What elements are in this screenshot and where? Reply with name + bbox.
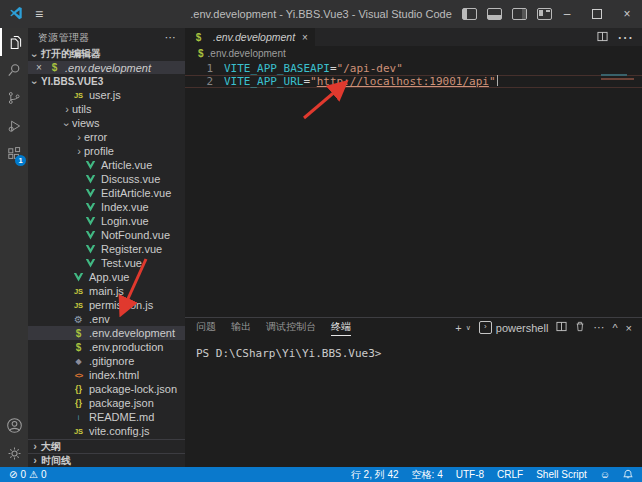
tree-item[interactable]: Index.vue — [28, 200, 185, 214]
timeline-section-header[interactable]: 时间线 — [28, 453, 185, 467]
cursor-position-status[interactable]: 行 2, 列 42 — [351, 468, 399, 482]
activity-settings-button[interactable] — [0, 439, 28, 467]
kill-terminal-button[interactable] — [575, 321, 585, 334]
file-icon: ⚙ — [72, 314, 85, 325]
file-icon: $ — [72, 328, 85, 339]
panel-tab[interactable]: 问题 — [196, 320, 216, 336]
file-icon: JS — [72, 301, 85, 310]
tree-item[interactable]: {} package.json — [28, 396, 185, 410]
terminal-output[interactable]: PS D:\CSharp\Yi\Yi.BBS.Vue3> — [185, 337, 642, 360]
chevron-icon — [74, 132, 84, 143]
panel-tab[interactable]: 输出 — [231, 320, 251, 336]
close-panel-button[interactable]: × — [626, 322, 632, 334]
chevron-down-icon — [30, 49, 40, 60]
outline-section-header[interactable]: 大纲 — [28, 439, 185, 453]
activity-account-button[interactable] — [0, 411, 28, 439]
split-terminal-button[interactable] — [556, 321, 567, 334]
customize-layout-button[interactable] — [537, 8, 552, 20]
tree-item[interactable]: ⚙ .env — [28, 312, 185, 326]
toggle-panel-button[interactable] — [487, 8, 502, 20]
file-icon — [84, 189, 97, 198]
activity-source-control-button[interactable] — [0, 84, 28, 112]
encoding-status[interactable]: UTF-8 — [456, 469, 484, 480]
panel-tab[interactable]: 调试控制台 — [266, 320, 316, 336]
vscode-logo-icon — [9, 6, 23, 22]
tree-item[interactable]: utils — [28, 102, 185, 116]
tree-item[interactable]: Login.vue — [28, 214, 185, 228]
minimap[interactable] — [601, 74, 639, 80]
tree-item[interactable]: EditArticle.vue — [28, 186, 185, 200]
breadcrumb-item[interactable]: .env.development — [208, 48, 286, 59]
tree-item[interactable]: profile — [28, 144, 185, 158]
activity-extensions-button[interactable]: 1 — [0, 140, 28, 168]
tree-item[interactable]: Test.vue — [28, 256, 185, 270]
notifications-bell-icon[interactable] — [623, 469, 633, 480]
close-icon[interactable]: × — [36, 62, 48, 73]
panel-more-actions-icon[interactable]: ⋯ — [593, 321, 604, 334]
tree-item[interactable]: $ .env.development — [28, 326, 185, 340]
minimize-button[interactable]: – — [552, 0, 582, 28]
feedback-icon[interactable]: ☺ — [600, 469, 610, 480]
toggle-secondary-sidebar-button[interactable] — [512, 8, 527, 20]
tab-close-icon[interactable]: × — [302, 32, 308, 43]
problems-status[interactable]: ⊘ 0 ⚠ 0 — [9, 469, 46, 480]
editor-more-actions-icon[interactable]: ⋯ — [617, 28, 633, 47]
open-editors-header[interactable]: 打开的编辑器 — [28, 47, 185, 61]
url-link[interactable]: http://localhost:19001/api — [317, 75, 489, 88]
sidebar-more-actions-icon[interactable]: ⋯ — [165, 31, 185, 44]
tree-item[interactable]: JS permission.js — [28, 298, 185, 312]
activity-search-button[interactable] — [0, 56, 28, 84]
tree-item[interactable]: i README.md — [28, 410, 185, 424]
tree-item[interactable]: {} package-lock.json — [28, 382, 185, 396]
open-editor-item[interactable]: × $ .env.development — [28, 61, 185, 74]
tree-item[interactable]: JS main.js — [28, 284, 185, 298]
tree-item[interactable]: ◆ .gitignore — [28, 354, 185, 368]
tree-item[interactable]: $ .env.production — [28, 340, 185, 354]
tree-item[interactable]: App.vue — [28, 270, 185, 284]
tree-item[interactable]: error — [28, 130, 185, 144]
tree-item[interactable]: views — [28, 116, 185, 130]
tree-item-label: views — [72, 117, 100, 129]
indentation-status[interactable]: 空格: 4 — [412, 468, 443, 482]
close-button[interactable]: × — [612, 0, 642, 28]
maximize-panel-button[interactable]: ^ — [612, 322, 617, 334]
new-terminal-button[interactable]: + — [455, 322, 461, 334]
language-mode-status[interactable]: Shell Script — [536, 469, 587, 480]
env-key: VITE_APP_URL — [224, 75, 303, 88]
terminal-dropdown-icon[interactable]: ∨ — [466, 324, 471, 332]
breadcrumb[interactable]: $ .env.development — [185, 46, 642, 60]
activity-run-debug-button[interactable] — [0, 112, 28, 140]
activity-explorer-button[interactable] — [0, 28, 28, 56]
tab-env-development[interactable]: $ .env.development × — [185, 28, 315, 46]
chevron-down-icon — [30, 76, 40, 87]
terminal-shell-selector[interactable]: › powershell — [479, 321, 549, 334]
tree-item[interactable]: JS vite.config.js — [28, 424, 185, 438]
bottom-panel: 问题 输出 调试控制台 终端 + ∨ › powershell — [185, 317, 642, 467]
tree-item[interactable]: Discuss.vue — [28, 172, 185, 186]
terminal-shell-label: powershell — [496, 322, 549, 334]
env-key: VITE_APP_BASEAPI — [224, 62, 330, 75]
file-tree: JS user.js utils views — [28, 88, 185, 438]
project-root-header[interactable]: YI.BBS.VUE3 — [28, 74, 185, 88]
eol-status[interactable]: CRLF — [497, 469, 523, 480]
tree-item[interactable]: Article.vue — [28, 158, 185, 172]
tree-item-label: Index.vue — [101, 201, 149, 213]
warnings-count: 0 — [41, 469, 47, 480]
file-icon — [84, 245, 97, 254]
tree-item[interactable]: NotFound.vue — [28, 228, 185, 242]
maximize-button[interactable] — [582, 0, 612, 28]
tree-item[interactable]: Register.vue — [28, 242, 185, 256]
equals-sign: = — [330, 62, 337, 75]
panel-tab[interactable]: 终端 — [331, 320, 351, 336]
tree-item[interactable]: JS user.js — [28, 88, 185, 102]
file-icon — [84, 161, 97, 170]
tree-item[interactable]: <> index.html — [28, 368, 185, 382]
file-icon — [84, 259, 97, 268]
env-file-icon: $ — [48, 62, 61, 73]
split-editor-button[interactable] — [597, 28, 608, 46]
code-editor[interactable]: 1VITE_APP_BASEAPI="/api-dev" 2VITE_APP_U… — [185, 60, 642, 317]
menu-icon[interactable]: ≡ — [35, 6, 43, 22]
tree-item-label: error — [84, 131, 107, 143]
toggle-sidebar-button[interactable] — [462, 8, 477, 20]
chevron-right-icon — [30, 455, 40, 466]
